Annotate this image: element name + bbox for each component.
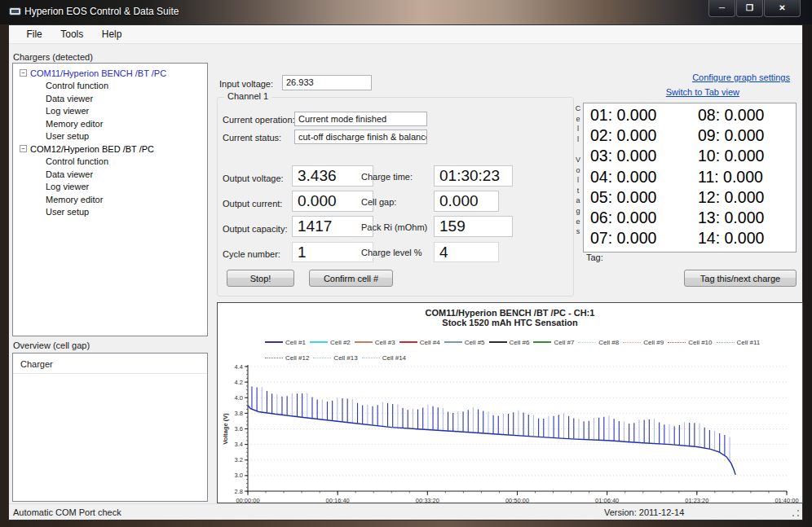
close-button[interactable]: ✕ bbox=[764, 0, 801, 17]
cell-gap-value: 0.000 bbox=[434, 191, 499, 212]
switch-tab-view-link[interactable]: Switch to Tab view bbox=[666, 87, 739, 97]
tree-child-data-viewer[interactable]: Data viewer bbox=[15, 168, 205, 181]
legend-label: Cell #12 bbox=[285, 354, 309, 362]
cell-03-value: 03: 0.000 bbox=[590, 147, 698, 165]
cell-voltage-row: 02: 0.00009: 0.000 bbox=[590, 126, 796, 147]
svg-text:3.4: 3.4 bbox=[235, 441, 243, 448]
cell-gap-label: Cell gap: bbox=[361, 197, 396, 207]
legend-label: Cell #3 bbox=[375, 339, 395, 346]
tree-child-log-viewer[interactable]: Log viewer bbox=[15, 105, 205, 118]
svg-text:4.2: 4.2 bbox=[235, 379, 243, 386]
tree-child-memory-editor[interactable]: Memory editor bbox=[15, 193, 205, 206]
svg-text:Voltage (V): Voltage (V) bbox=[222, 413, 229, 445]
legend-label: Cell #13 bbox=[333, 354, 357, 362]
legend-line-sample bbox=[444, 341, 462, 343]
legend-label: Cell #10 bbox=[688, 339, 712, 346]
svg-text:3.2: 3.2 bbox=[235, 456, 243, 463]
pack-ri-label: Pack Ri (mOhm) bbox=[361, 222, 427, 232]
legend-item-cell1: Cell #1 bbox=[265, 338, 306, 347]
input-voltage-field[interactable]: 26.933 bbox=[282, 75, 372, 90]
cell-voltage-row: 03: 0.00010: 0.000 bbox=[590, 147, 796, 167]
cell-02-value: 02: 0.000 bbox=[590, 126, 698, 145]
app-icon bbox=[9, 6, 21, 17]
current-operation-field[interactable]: Current mode finished bbox=[294, 112, 427, 126]
tree-child-control-function[interactable]: Control function bbox=[15, 156, 205, 169]
vertical-label-char: a bbox=[573, 195, 583, 206]
legend-line-sample bbox=[578, 342, 596, 343]
tree-child-memory-editor[interactable]: Memory editor bbox=[15, 117, 205, 130]
legend-line-sample bbox=[362, 358, 380, 358]
title-bar[interactable]: Hyperion EOS Control & Data Suite ─ ❐ ✕ bbox=[0, 0, 812, 24]
cell-05-value: 05: 0.000 bbox=[590, 188, 698, 207]
legend-item-cell14: Cell #14 bbox=[362, 354, 406, 362]
tree-child-user-setup[interactable]: User setup bbox=[15, 130, 205, 143]
configure-graph-link[interactable]: Configure graph settings bbox=[692, 72, 790, 82]
tree-child-log-viewer[interactable]: Log viewer bbox=[15, 181, 205, 194]
overview-list[interactable]: Charger bbox=[12, 353, 208, 502]
legend-label: Cell #9 bbox=[643, 339, 664, 346]
legend-label: Cell #2 bbox=[330, 339, 351, 346]
legend-item-cell12: Cell #12 bbox=[265, 354, 309, 362]
legend-item-cell5: Cell #5 bbox=[444, 338, 485, 347]
tree-child-data-viewer[interactable]: Data viewer bbox=[15, 92, 205, 105]
svg-text:4.4: 4.4 bbox=[235, 363, 243, 371]
minimize-button[interactable]: ─ bbox=[708, 0, 735, 17]
menu-tools[interactable]: Tools bbox=[53, 25, 90, 43]
confirm-cell-button[interactable]: Confirm cell # bbox=[309, 270, 393, 287]
overview-label: Overview (cell gap) bbox=[13, 340, 90, 350]
stop-button[interactable]: Stop! bbox=[227, 270, 294, 287]
svg-text:3.0: 3.0 bbox=[235, 472, 243, 479]
vertical-label-char: e bbox=[573, 114, 583, 125]
version-text: Version: 2011-12-14 bbox=[604, 507, 684, 517]
legend-item-cell11: Cell #11 bbox=[717, 338, 761, 347]
cell-voltage-row: 06: 0.00013: 0.000 bbox=[590, 209, 796, 229]
legend-line-sample bbox=[265, 358, 283, 358]
tree-node-1[interactable]: −COM12/Hyperion BED /BT /PC bbox=[15, 143, 205, 156]
cell-01-value: 01: 0.000 bbox=[590, 106, 698, 125]
charge-time-label: Charge time: bbox=[361, 172, 413, 182]
tag-next-charge-button[interactable]: Tag this/next charge bbox=[684, 270, 797, 287]
current-operation-label: Current operation: bbox=[223, 115, 295, 125]
vertical-label-char: l bbox=[573, 134, 583, 145]
menu-help[interactable]: Help bbox=[95, 25, 130, 43]
chargers-tree[interactable]: −COM11/Hyperion BENCH /BT /PCControl fun… bbox=[12, 63, 208, 336]
legend-line-sample bbox=[717, 342, 735, 343]
status-bar: Automatic COM Port check Version: 2011-1… bbox=[9, 503, 802, 520]
cell-voltage-row: 01: 0.00008: 0.000 bbox=[590, 106, 796, 126]
current-status-field[interactable]: cut-off discharge finish & balance bbox=[294, 130, 427, 144]
svg-text:3.8: 3.8 bbox=[235, 410, 243, 417]
legend-label: Cell #7 bbox=[554, 339, 574, 346]
cell-voltage-row: 05: 0.00012: 0.000 bbox=[590, 188, 796, 209]
tree-expand-icon[interactable]: − bbox=[20, 145, 27, 152]
vertical-label-char: l bbox=[573, 124, 583, 134]
charge-level-label: Charge level % bbox=[361, 248, 422, 257]
maximize-button[interactable]: ❐ bbox=[736, 0, 763, 17]
legend-label: Cell #6 bbox=[510, 339, 530, 346]
svg-text:3.6: 3.6 bbox=[235, 425, 243, 433]
menu-file[interactable]: File bbox=[19, 25, 49, 43]
tree-child-control-function[interactable]: Control function bbox=[15, 80, 205, 93]
vertical-label-char: l bbox=[573, 175, 583, 186]
cell-04-value: 04: 0.000 bbox=[590, 168, 698, 187]
cell-07-value: 07: 0.000 bbox=[590, 229, 698, 248]
legend-line-sample bbox=[668, 342, 686, 343]
cell-11-value: 11: 0.000 bbox=[698, 168, 763, 186]
legend-line-sample bbox=[489, 341, 507, 343]
legend-item-cell8: Cell #8 bbox=[578, 338, 619, 347]
tree-node-label[interactable]: COM12/Hyperion BED /BT /PC bbox=[30, 144, 154, 154]
vertical-label-char: C bbox=[573, 103, 583, 114]
legend-item-cell4: Cell #4 bbox=[399, 338, 440, 347]
legend-label: Cell #11 bbox=[737, 339, 761, 346]
cell-voltages-vertical-label: Cell Voltages bbox=[573, 103, 583, 237]
output-voltage-label: Output voltage: bbox=[223, 173, 284, 183]
tree-node-0[interactable]: −COM11/Hyperion BENCH /BT /PC bbox=[15, 67, 205, 80]
pack-ri-value: 159 bbox=[434, 216, 513, 237]
legend-line-sample bbox=[355, 341, 373, 343]
tree-child-user-setup[interactable]: User setup bbox=[15, 206, 205, 219]
chart-panel: COM11/Hyperion BENCH /BT /PC - CH:1 Stoc… bbox=[217, 302, 803, 503]
tree-node-label[interactable]: COM11/Hyperion BENCH /BT /PC bbox=[30, 68, 166, 78]
legend-line-sample bbox=[310, 341, 328, 343]
tree-expand-icon[interactable]: − bbox=[20, 69, 27, 77]
chart-subtitle: Stock 1520 mAh HTC Sensation bbox=[218, 318, 802, 327]
resize-grip[interactable] bbox=[791, 508, 801, 518]
